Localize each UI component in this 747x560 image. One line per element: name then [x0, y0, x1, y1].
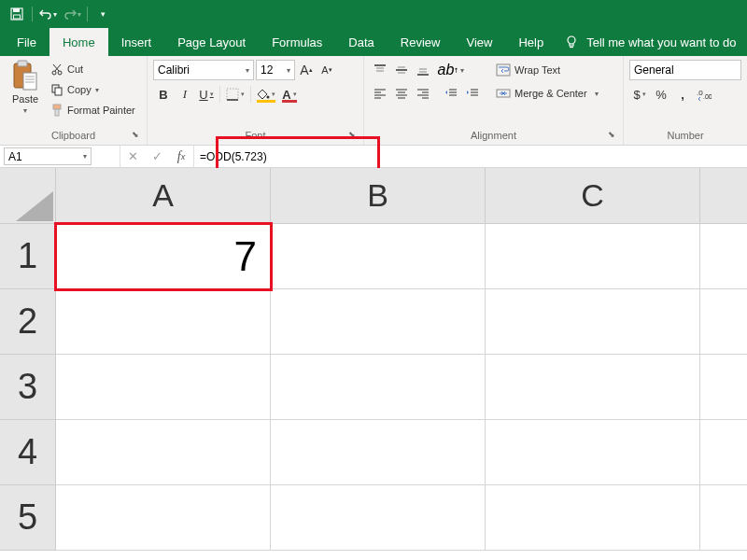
svg-point-11: [52, 71, 56, 75]
cell-d3[interactable]: [700, 355, 747, 420]
cell-b3[interactable]: [271, 355, 486, 420]
svg-rect-49: [497, 64, 510, 76]
tab-file[interactable]: File: [4, 28, 49, 56]
tab-data[interactable]: Data: [335, 28, 387, 56]
tell-me-label: Tell me what you want to do: [586, 35, 736, 49]
undo-button[interactable]: ▾: [36, 3, 59, 25]
increase-indent-button[interactable]: [462, 83, 483, 104]
cell-b4[interactable]: [271, 420, 486, 485]
alignment-dialog-launcher[interactable]: ⬊: [608, 130, 619, 141]
cut-button[interactable]: Cut: [49, 60, 137, 78]
cell-b1[interactable]: [271, 224, 486, 289]
align-middle-button[interactable]: [391, 60, 412, 80]
formula-input[interactable]: =ODD(5.723): [193, 146, 747, 167]
alignment-group-label: Alignment: [370, 130, 617, 143]
cell-c1[interactable]: [486, 224, 700, 289]
cell-d2[interactable]: [700, 289, 747, 355]
fill-color-button[interactable]: ▾: [254, 84, 278, 105]
col-header-b[interactable]: B: [271, 168, 486, 224]
row-header-3[interactable]: 3: [0, 355, 56, 420]
save-button[interactable]: [6, 3, 28, 25]
decrease-indent-button[interactable]: [441, 83, 461, 104]
tab-review[interactable]: Review: [388, 28, 454, 56]
redo-button[interactable]: ▾: [61, 3, 83, 25]
align-left-button[interactable]: [370, 83, 390, 104]
col-header-c[interactable]: C: [486, 168, 700, 224]
font-dialog-launcher[interactable]: ⬊: [348, 130, 359, 141]
tell-me-search[interactable]: Tell me what you want to do: [564, 28, 736, 56]
cell-b2[interactable]: [271, 289, 486, 355]
align-right-button[interactable]: [413, 83, 433, 104]
font-name-combo[interactable]: Calibri ▾: [153, 60, 254, 80]
cell-c5[interactable]: [486, 485, 700, 551]
row-header-5[interactable]: 5: [0, 485, 56, 551]
italic-button[interactable]: I: [175, 84, 195, 105]
cell-a1[interactable]: 7: [56, 224, 271, 289]
grow-font-button[interactable]: A▴: [297, 60, 316, 80]
name-box[interactable]: A1 ▾: [4, 147, 92, 165]
cell-a4[interactable]: [56, 420, 271, 485]
svg-rect-1: [13, 8, 20, 12]
svg-rect-16: [55, 88, 62, 95]
align-bottom-button[interactable]: [413, 60, 433, 80]
row-header-2[interactable]: 2: [0, 289, 56, 355]
number-format-combo[interactable]: General: [629, 60, 741, 80]
font-color-button[interactable]: A ▾: [279, 84, 300, 105]
cell-c3[interactable]: [486, 355, 700, 420]
cell-d5[interactable]: [700, 485, 747, 551]
qat-customize[interactable]: ▾: [92, 3, 114, 25]
cell-d4[interactable]: [700, 420, 747, 485]
tab-help[interactable]: Help: [505, 28, 557, 56]
wrap-text-button[interactable]: Wrap Text: [492, 60, 602, 80]
svg-point-3: [568, 36, 575, 44]
shrink-font-button[interactable]: A▾: [317, 60, 336, 80]
format-painter-button[interactable]: Format Painter: [49, 101, 137, 119]
row-header-1[interactable]: 1: [0, 224, 56, 289]
clipboard-dialog-launcher[interactable]: ⬊: [132, 130, 143, 141]
paste-label: Paste: [12, 93, 38, 105]
name-box-value: A1: [8, 150, 22, 163]
merge-center-button[interactable]: Merge & Center ▾: [492, 83, 602, 104]
svg-rect-18: [55, 109, 59, 116]
paste-button[interactable]: Paste ▾: [6, 60, 45, 119]
comma-button[interactable]: ,: [672, 84, 693, 105]
align-top-button[interactable]: [370, 60, 390, 80]
tab-insert[interactable]: Insert: [108, 28, 165, 56]
svg-rect-19: [227, 89, 238, 100]
number-format-value: General: [634, 63, 674, 77]
clipboard-group-label: Clipboard: [6, 130, 141, 143]
borders-button[interactable]: ▾: [223, 84, 247, 105]
svg-point-21: [267, 96, 270, 99]
align-center-button[interactable]: [391, 83, 412, 104]
tab-page-layout[interactable]: Page Layout: [164, 28, 259, 56]
cell-a5[interactable]: [56, 485, 271, 551]
tab-formulas[interactable]: Formulas: [259, 28, 335, 56]
row-header-4[interactable]: 4: [0, 420, 56, 485]
tab-home[interactable]: Home: [49, 28, 108, 56]
cell-b5[interactable]: [271, 485, 486, 551]
cell-a2[interactable]: [56, 289, 271, 355]
tab-view[interactable]: View: [453, 28, 505, 56]
cell-d1[interactable]: [700, 224, 747, 289]
col-header-d[interactable]: [700, 168, 747, 224]
col-header-a[interactable]: A: [56, 168, 271, 224]
cancel-formula-button[interactable]: ✕: [120, 149, 145, 163]
percent-button[interactable]: %: [651, 84, 671, 105]
copy-button[interactable]: Copy ▾: [49, 80, 137, 99]
select-all-corner[interactable]: [0, 168, 56, 224]
cell-c4[interactable]: [486, 420, 700, 485]
currency-button[interactable]: $▾: [629, 84, 650, 105]
cell-a3[interactable]: [56, 355, 271, 420]
separator: [32, 7, 33, 21]
cell-c2[interactable]: [486, 289, 700, 355]
underline-button[interactable]: U▾: [196, 84, 217, 105]
insert-function-button[interactable]: fx: [169, 149, 193, 164]
bold-button[interactable]: B: [153, 84, 174, 105]
increase-decimal-button[interactable]: .0.00: [694, 84, 714, 105]
font-group-label: Font: [153, 130, 358, 143]
group-clipboard: Paste ▾ Cut Copy ▾ Format Painter C: [0, 56, 148, 145]
lightbulb-icon: [564, 35, 579, 49]
orientation-button[interactable]: ab↗▾: [441, 60, 461, 80]
enter-formula-button[interactable]: ✓: [145, 149, 169, 163]
font-size-combo[interactable]: 12 ▾: [256, 60, 295, 80]
